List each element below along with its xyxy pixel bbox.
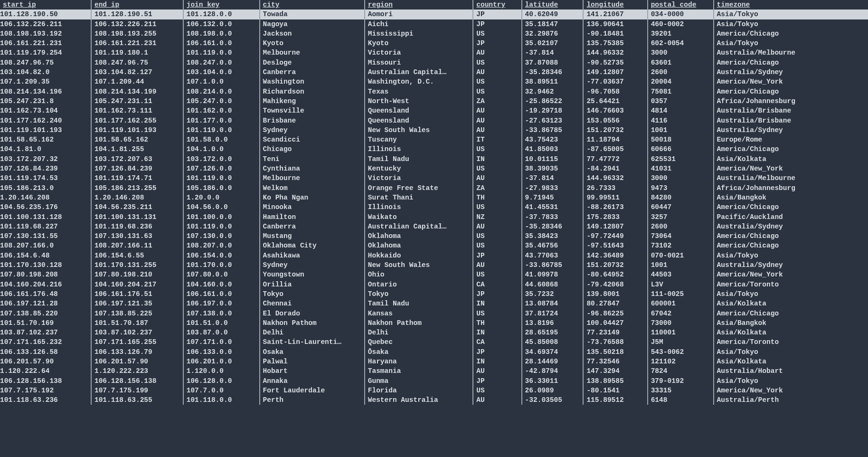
cell-join_key: 107.126.0.0	[183, 164, 260, 173]
table-row[interactable]: 107.1.209.35107.1.209.44107.1.0.0Washing…	[0, 77, 868, 86]
table-row[interactable]: 106.197.121.28106.197.121.35106.197.0.0C…	[0, 299, 868, 308]
cell-city: Saint-Lin-Laurenti…	[260, 337, 365, 347]
table-row[interactable]: 107.171.165.232107.171.165.255107.171.0.…	[0, 337, 868, 347]
table-row[interactable]: 101.119.101.193101.119.101.193101.119.0.…	[0, 125, 868, 135]
table-row[interactable]: 101.177.162.240101.177.162.255101.177.0.…	[0, 116, 868, 125]
table-row[interactable]: 101.128.190.50101.128.190.51101.128.0.0T…	[0, 10, 868, 19]
cell-timezone: Australia/Melbourne	[714, 48, 868, 57]
table-row[interactable]: 101.170.130.128101.170.131.255101.170.0.…	[0, 260, 868, 270]
cell-country: US	[473, 270, 521, 279]
table-row[interactable]: 105.186.213.0105.186.213.255105.186.0.0W…	[0, 183, 868, 193]
table-row[interactable]: 108.198.193.192108.198.193.255108.198.0.…	[0, 29, 868, 38]
table-row[interactable]: 108.247.96.75108.247.96.75108.247.0.0Des…	[0, 58, 868, 67]
column-header-timezone[interactable]: timezone	[714, 0, 868, 10]
table-row[interactable]: 101.51.70.169101.51.70.187101.51.0.0Nakh…	[0, 318, 868, 328]
column-header-postal_code[interactable]: postal_code	[648, 0, 714, 10]
cell-longitude: 147.3294	[583, 366, 647, 376]
table-row[interactable]: 107.138.85.220107.138.85.225107.138.0.0E…	[0, 309, 868, 318]
table-row[interactable]: 107.126.84.239107.126.84.239107.126.0.0C…	[0, 164, 868, 173]
table-row[interactable]: 101.100.131.128101.100.131.131101.100.0.…	[0, 212, 868, 222]
cell-city: Nagoya	[260, 19, 365, 29]
cell-timezone: Asia/Kolkata	[714, 357, 868, 366]
table-row[interactable]: 1.120.222.641.120.222.2231.120.0.0Hobart…	[0, 366, 868, 376]
column-header-start_ip[interactable]: start_ip	[0, 0, 91, 10]
cell-postal_code: 33315	[648, 386, 714, 395]
column-header-country[interactable]: country	[473, 0, 521, 10]
column-header-latitude[interactable]: latitude	[522, 0, 584, 10]
cell-end_ip: 101.118.63.255	[91, 395, 183, 405]
table-row[interactable]: 103.87.102.237103.87.102.237103.87.0.0De…	[0, 328, 868, 337]
cell-start_ip: 106.128.156.138	[0, 376, 91, 386]
cell-latitude: 36.33011	[522, 376, 584, 386]
data-table[interactable]: start_ipend_ipjoin_keycityregioncountryl…	[0, 0, 868, 405]
column-header-join_key[interactable]: join_key	[183, 0, 260, 10]
cell-country: TH	[473, 318, 521, 328]
table-row[interactable]: 101.119.174.53101.119.174.71101.119.0.0M…	[0, 173, 868, 183]
cell-timezone: America/New_York	[714, 270, 868, 279]
cell-end_ip: 108.198.193.255	[91, 29, 183, 38]
cell-start_ip: 107.138.85.220	[0, 309, 91, 318]
cell-start_ip: 101.119.68.227	[0, 222, 91, 231]
cell-end_ip: 101.58.65.162	[91, 135, 183, 144]
cell-end_ip: 101.119.68.236	[91, 222, 183, 231]
cell-city: Youngstown	[260, 270, 365, 279]
cell-timezone: America/Chicago	[714, 231, 868, 241]
cell-country: NZ	[473, 212, 521, 222]
table-row[interactable]: 101.119.179.254101.119.180.1101.119.0.0M…	[0, 48, 868, 57]
cell-end_ip: 108.214.134.199	[91, 87, 183, 96]
cell-region: Kyoto	[365, 38, 473, 48]
table-row[interactable]: 106.161.176.48106.161.176.51106.161.0.0T…	[0, 289, 868, 299]
cell-region: Gunma	[365, 376, 473, 386]
cell-start_ip: 101.177.162.240	[0, 116, 91, 125]
table-row[interactable]: 106.132.226.211106.132.226.211106.132.0.…	[0, 19, 868, 29]
column-header-city[interactable]: city	[260, 0, 365, 10]
table-row[interactable]: 107.80.198.208107.80.198.210107.80.0.0Yo…	[0, 270, 868, 279]
column-header-region[interactable]: region	[365, 0, 473, 10]
table-row[interactable]: 106.161.221.231106.161.221.231106.161.0.…	[0, 38, 868, 48]
table-row[interactable]: 101.58.65.162101.58.65.162101.58.0.0Scan…	[0, 135, 868, 144]
table-row[interactable]: 101.162.73.104101.162.73.111101.162.0.0T…	[0, 106, 868, 115]
cell-postal_code: 63601	[648, 58, 714, 67]
cell-country: CA	[473, 337, 521, 347]
cell-join_key: 106.161.0.0	[183, 289, 260, 299]
cell-latitude: 35.38423	[522, 231, 584, 241]
cell-start_ip: 106.201.57.90	[0, 357, 91, 366]
table-row[interactable]: 108.207.166.0108.207.166.11108.207.0.0Ok…	[0, 241, 868, 250]
cell-latitude: 32.29876	[522, 29, 584, 38]
cell-postal_code: 4116	[648, 116, 714, 125]
table-row[interactable]: 104.160.204.216104.160.204.217104.160.0.…	[0, 280, 868, 289]
cell-city: Minooka	[260, 202, 365, 212]
cell-country: AU	[473, 260, 521, 270]
cell-end_ip: 101.119.101.193	[91, 125, 183, 135]
cell-join_key: 104.160.0.0	[183, 280, 260, 289]
table-row[interactable]: 106.133.126.58106.133.126.79106.133.0.0O…	[0, 347, 868, 357]
cell-city: Delhi	[260, 328, 365, 337]
table-row[interactable]: 106.128.156.138106.128.156.138106.128.0.…	[0, 376, 868, 386]
table-row[interactable]: 104.1.81.0104.1.81.255104.1.0.0ChicagoIl…	[0, 144, 868, 154]
table-row[interactable]: 107.7.175.192107.7.175.199107.7.0.0Fort …	[0, 386, 868, 395]
cell-timezone: America/New_York	[714, 164, 868, 173]
cell-country: AU	[473, 67, 521, 77]
cell-region: Tokyo	[365, 289, 473, 299]
table-row[interactable]: 103.104.82.0103.104.82.127103.104.0.0Can…	[0, 67, 868, 77]
table-row[interactable]: 101.118.63.236101.118.63.255101.118.0.0P…	[0, 395, 868, 405]
cell-region: Nakhon Pathom	[365, 318, 473, 328]
cell-start_ip: 104.160.204.216	[0, 280, 91, 289]
cell-start_ip: 106.161.221.231	[0, 38, 91, 48]
cell-region: Texas	[365, 87, 473, 96]
cell-longitude: -80.64952	[583, 270, 647, 279]
table-row[interactable]: 1.20.146.2081.20.146.2081.20.0.0Ko Pha N…	[0, 193, 868, 202]
table-row[interactable]: 105.247.231.8105.247.231.11105.247.0.0Ma…	[0, 96, 868, 106]
cell-join_key: 108.247.0.0	[183, 58, 260, 67]
cell-longitude: 141.21067	[583, 10, 647, 19]
table-row[interactable]: 103.172.207.32103.172.207.63103.172.0.0T…	[0, 154, 868, 164]
column-header-longitude[interactable]: longitude	[583, 0, 647, 10]
table-row[interactable]: 101.119.68.227101.119.68.236101.119.0.0C…	[0, 222, 868, 231]
table-row[interactable]: 106.201.57.90106.201.57.90106.201.0.0Pal…	[0, 357, 868, 366]
table-row[interactable]: 106.154.6.48106.154.6.55106.154.0.0Asahi…	[0, 251, 868, 260]
table-row[interactable]: 108.214.134.196108.214.134.199108.214.0.…	[0, 87, 868, 96]
table-row[interactable]: 104.56.235.176104.56.235.211104.56.0.0Mi…	[0, 202, 868, 212]
cell-timezone: Asia/Tokyo	[714, 347, 868, 357]
column-header-end_ip[interactable]: end_ip	[91, 0, 183, 10]
table-row[interactable]: 107.130.131.55107.130.131.63107.130.0.0M…	[0, 231, 868, 241]
